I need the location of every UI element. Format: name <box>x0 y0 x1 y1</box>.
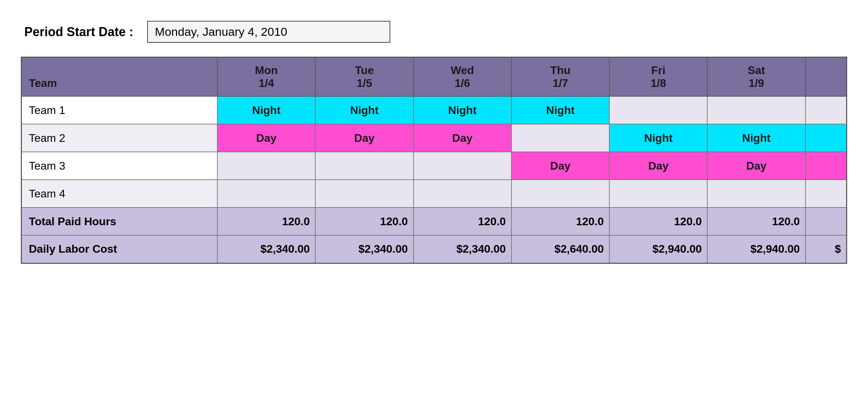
table-row: Team 3DayDayDay <box>22 152 847 180</box>
schedule-cell[interactable] <box>511 124 609 152</box>
schedule-cell[interactable]: Night <box>609 124 707 152</box>
col-header-team: Team <box>22 57 218 97</box>
daily-labor-cost-value: $2,940.00 <box>609 235 707 263</box>
total-paid-hours-value: 120.0 <box>315 208 413 235</box>
table-row: Team 2DayDayDayNightNight <box>22 124 847 152</box>
team-name-cell: Team 1 <box>22 96 218 124</box>
period-start-row: Period Start Date : <box>24 21 847 43</box>
daily-labor-cost-row: Daily Labor Cost$2,340.00$2,340.00$2,340… <box>22 235 847 263</box>
col-header-sat: Sat 1/9 <box>707 57 805 97</box>
col-header-mon: Mon 1/4 <box>217 57 315 97</box>
daily-labor-cost-label: Daily Labor Cost <box>22 235 218 263</box>
schedule-cell[interactable] <box>217 180 315 208</box>
schedule-cell[interactable]: Day <box>217 124 315 152</box>
table-row: Team 1NightNightNightNight <box>22 96 847 124</box>
schedule-cell[interactable] <box>707 180 805 208</box>
schedule-cell[interactable] <box>511 180 609 208</box>
schedule-cell[interactable] <box>414 180 511 208</box>
col-header-partial <box>806 57 847 97</box>
schedule-cell[interactable]: Night <box>414 96 511 124</box>
period-date-input[interactable] <box>147 21 390 43</box>
schedule-cell[interactable] <box>609 180 707 208</box>
total-paid-hours-label: Total Paid Hours <box>22 208 218 235</box>
total-paid-hours-value: 120.0 <box>217 208 315 235</box>
daily-labor-cost-value: $2,340.00 <box>315 235 413 263</box>
col-header-fri: Fri 1/8 <box>609 57 707 97</box>
col-header-tue: Tue 1/5 <box>315 57 413 97</box>
partial-col-cell <box>806 152 847 180</box>
schedule-cell[interactable] <box>414 152 511 180</box>
table-row: Team 4 <box>22 180 847 208</box>
daily-labor-cost-value: $2,940.00 <box>707 235 805 263</box>
schedule-cell[interactable]: Night <box>511 96 609 124</box>
schedule-cell[interactable] <box>707 96 805 124</box>
total-paid-hours-value: 120.0 <box>414 208 511 235</box>
total-paid-hours-row: Total Paid Hours120.0120.0120.0120.0120.… <box>22 208 847 235</box>
team-name-cell: Team 3 <box>22 152 218 180</box>
daily-labor-cost-value: $2,340.00 <box>414 235 511 263</box>
total-paid-hours-value: 120.0 <box>707 208 805 235</box>
total-paid-hours-value: 120.0 <box>511 208 609 235</box>
partial-col-cell <box>806 124 847 152</box>
schedule-cell[interactable]: Day <box>707 152 805 180</box>
schedule-cell[interactable] <box>609 96 707 124</box>
schedule-cell[interactable]: Day <box>511 152 609 180</box>
col-header-wed: Wed 1/6 <box>414 57 511 97</box>
team-name-cell: Team 2 <box>22 124 218 152</box>
col-header-thu: Thu 1/7 <box>511 57 609 97</box>
partial-col-cell <box>806 180 847 208</box>
table-header-row: Team Mon 1/4 Tue 1/5 Wed 1/6 Thu 1/7 Fri… <box>22 57 847 97</box>
daily-labor-cost-value: $2,340.00 <box>217 235 315 263</box>
period-label: Period Start Date : <box>24 25 133 39</box>
schedule-cell[interactable]: Night <box>707 124 805 152</box>
total-paid-hours-partial <box>806 208 847 235</box>
daily-labor-cost-value: $2,640.00 <box>511 235 609 263</box>
partial-col-cell <box>806 96 847 124</box>
schedule-cell[interactable]: Day <box>315 124 413 152</box>
schedule-cell[interactable]: Night <box>217 96 315 124</box>
schedule-cell[interactable] <box>315 180 413 208</box>
team-name-cell: Team 4 <box>22 180 218 208</box>
schedule-table: Team Mon 1/4 Tue 1/5 Wed 1/6 Thu 1/7 Fri… <box>21 57 847 264</box>
schedule-cell[interactable]: Day <box>609 152 707 180</box>
schedule-cell[interactable]: Night <box>315 96 413 124</box>
total-paid-hours-value: 120.0 <box>609 208 707 235</box>
schedule-cell[interactable]: Day <box>414 124 511 152</box>
daily-labor-cost-partial: $ <box>806 235 847 263</box>
schedule-cell[interactable] <box>217 152 315 180</box>
schedule-cell[interactable] <box>315 152 413 180</box>
